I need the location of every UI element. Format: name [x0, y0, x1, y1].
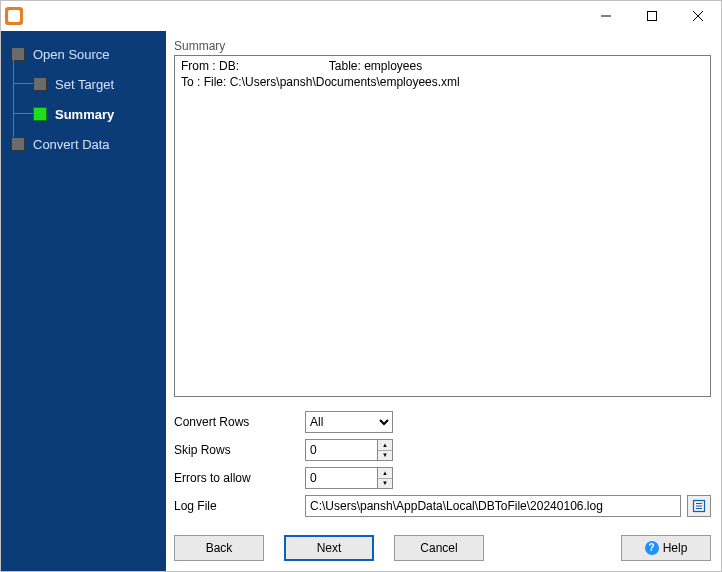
close-button[interactable] [675, 1, 721, 31]
step-box-icon [33, 107, 47, 121]
skip-rows-down[interactable]: ▼ [378, 451, 392, 461]
logfile-browse-button[interactable] [687, 495, 711, 517]
errors-input[interactable] [305, 467, 377, 489]
help-button[interactable]: ? Help [621, 535, 711, 561]
window-controls [583, 1, 721, 31]
sidebar-item-label: Set Target [55, 77, 114, 92]
tree-branch [13, 113, 33, 114]
body: Open Source Set Target Summary Convert D… [1, 31, 721, 571]
back-button[interactable]: Back [174, 535, 264, 561]
sidebar: Open Source Set Target Summary Convert D… [1, 31, 166, 571]
logfile-row [305, 495, 711, 517]
convert-rows-label: Convert Rows [174, 415, 299, 429]
skip-rows-label: Skip Rows [174, 443, 299, 457]
spin-buttons: ▲ ▼ [377, 439, 393, 461]
skip-rows-up[interactable]: ▲ [378, 440, 392, 451]
options-grid: Convert Rows All Skip Rows ▲ ▼ [174, 411, 711, 517]
next-button[interactable]: Next [284, 535, 374, 561]
titlebar [1, 1, 721, 31]
skip-rows-spinner: ▲ ▼ [305, 439, 393, 461]
sidebar-item-convert-data[interactable]: Convert Data [1, 129, 166, 159]
tree-branch [13, 83, 33, 84]
skip-rows-input[interactable] [305, 439, 377, 461]
wizard-window: Open Source Set Target Summary Convert D… [0, 0, 722, 572]
cancel-button[interactable]: Cancel [394, 535, 484, 561]
minimize-icon [601, 11, 611, 21]
logfile-label: Log File [174, 499, 299, 513]
sidebar-item-summary[interactable]: Summary [1, 99, 166, 129]
summary-title: Summary [174, 39, 711, 53]
titlebar-left [5, 7, 29, 25]
help-icon: ? [645, 541, 659, 555]
step-box-icon [33, 77, 47, 91]
svg-rect-1 [648, 12, 657, 21]
sidebar-item-label: Convert Data [33, 137, 110, 152]
maximize-button[interactable] [629, 1, 675, 31]
maximize-icon [647, 11, 657, 21]
errors-label: Errors to allow [174, 471, 299, 485]
sidebar-item-open-source[interactable]: Open Source [1, 39, 166, 69]
footer-buttons: Back Next Cancel ? Help [174, 535, 711, 561]
help-label: Help [663, 541, 688, 555]
main-panel: Summary From : DB: Table: employees To :… [166, 31, 721, 571]
spin-buttons: ▲ ▼ [377, 467, 393, 489]
sidebar-item-label: Open Source [33, 47, 110, 62]
minimize-button[interactable] [583, 1, 629, 31]
step-box-icon [11, 137, 25, 151]
logfile-input[interactable] [305, 495, 681, 517]
convert-rows-select[interactable]: All [305, 411, 393, 433]
sidebar-item-label: Summary [55, 107, 114, 122]
errors-down[interactable]: ▼ [378, 479, 392, 489]
sidebar-item-set-target[interactable]: Set Target [1, 69, 166, 99]
summary-textarea[interactable]: From : DB: Table: employees To : File: C… [174, 55, 711, 397]
close-icon [693, 11, 703, 21]
errors-up[interactable]: ▲ [378, 468, 392, 479]
browse-icon [692, 499, 706, 513]
errors-spinner: ▲ ▼ [305, 467, 393, 489]
app-icon [5, 7, 23, 25]
